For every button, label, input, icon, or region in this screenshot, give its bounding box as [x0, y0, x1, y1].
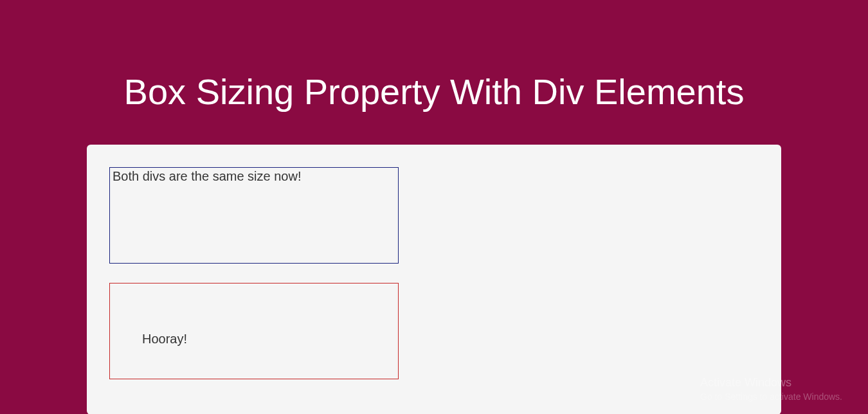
demo-box-blue: Both divs are the same size now!	[109, 167, 399, 264]
demo-box-red: Hooray!	[109, 283, 399, 379]
windows-activation-watermark: Activate Windows Go to Settings to activ…	[700, 375, 842, 402]
page-title: Box Sizing Property With Div Elements	[0, 0, 868, 145]
demo-box-red-text: Hooray!	[142, 332, 187, 346]
watermark-title: Activate Windows	[700, 375, 842, 390]
watermark-subtitle: Go to Settings to activate Windows.	[700, 391, 842, 402]
content-card: Both divs are the same size now! Hooray!	[87, 145, 781, 414]
demo-box-blue-text: Both divs are the same size now!	[113, 169, 301, 183]
